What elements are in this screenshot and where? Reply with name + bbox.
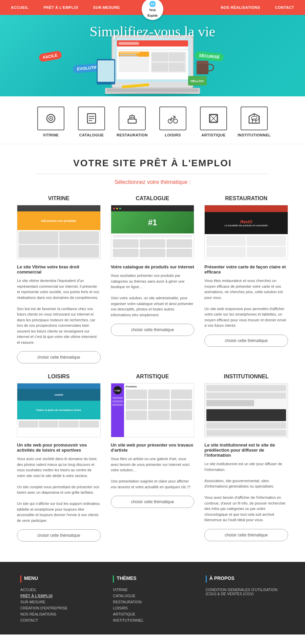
mock-loisirs-mid: Faites le plein de sensations fortes xyxy=(17,401,100,419)
theme-vitrine-btn[interactable]: choisir cette thématique xyxy=(17,351,101,363)
restauration-icon-box xyxy=(119,107,146,130)
footer-link-restauration[interactable]: RESTAURATION xyxy=(113,600,192,604)
category-catalogue[interactable]: CATALOGUE xyxy=(73,107,110,137)
nav-accueil[interactable]: ACCUEIL xyxy=(3,0,36,15)
footer-link-artistique[interactable]: ARTISTIQUE xyxy=(113,612,192,616)
mock-art-item xyxy=(126,390,147,399)
theme-card-loisirs: LOISIRS club33 Faites le plein de sensat… xyxy=(17,374,101,542)
mock-block xyxy=(19,245,58,258)
theme-card-institutionnel: INSTITUTIONNEL Le site institutionnel es… xyxy=(204,374,288,542)
footer-link-institutionnel[interactable]: INSTITUTIONNEL xyxy=(113,618,192,622)
svg-point-18 xyxy=(103,93,202,96)
theme-restauration-btn[interactable]: choisir cette thématique xyxy=(204,335,288,347)
theme-artistique-desc: Vous êtes un artiste ou une galerie d'ar… xyxy=(111,456,195,490)
mock-row xyxy=(206,400,254,406)
mock-row xyxy=(206,422,286,429)
theme-restauration-title: RESTAURATION xyxy=(204,195,288,202)
nav-pret[interactable]: PRÊT À L'EMPLOI xyxy=(36,0,85,15)
loisirs-icon xyxy=(166,112,180,125)
mock-portfolio-label: Portfolio xyxy=(126,385,192,388)
mock-art-item xyxy=(148,400,170,410)
theme-artistique-title: ARTISTIQUE xyxy=(111,374,195,380)
svg-rect-8 xyxy=(119,52,140,53)
mock-instit-rows xyxy=(205,383,288,437)
category-vitrine[interactable]: VITRINE xyxy=(32,107,69,137)
themes-grid: VITRINE Découvrez nos produits Le site V… xyxy=(0,189,305,555)
svg-rect-5 xyxy=(117,49,188,50)
svg-point-36 xyxy=(133,117,134,118)
theme-restauration-preview: RestO La tracabilité des produits est es… xyxy=(204,205,288,259)
mock-row xyxy=(206,393,286,399)
footer-grid: MENU ACCUEIL PRÊT À L'EMPLOI SUR-MESURE … xyxy=(20,575,285,624)
footer-link-realisations[interactable]: NOS RÉALISATIONS xyxy=(20,612,99,616)
vitrine-icon-box xyxy=(37,107,64,130)
theme-restauration-desc: Vous êtes restaurateur et vous cherchez … xyxy=(204,278,288,328)
mock-art-item xyxy=(171,411,192,420)
mock-art-item xyxy=(126,411,147,420)
mock-block xyxy=(247,247,286,257)
artistique-label: ARTISTIQUE xyxy=(201,133,226,137)
theme-catalogue-title: CATALOGUE xyxy=(111,195,195,202)
theme-vitrine-title: VITRINE xyxy=(17,195,101,202)
institutionnel-label: INSTITUTIONNEL xyxy=(238,133,271,137)
restauration-icon xyxy=(125,112,139,125)
nav-right: NOS RÉALISATIONS CONTACT xyxy=(167,0,302,15)
institutionnel-icon-box xyxy=(241,107,268,130)
theme-loisirs-btn[interactable]: choisir cette thématique xyxy=(17,529,101,542)
mock-sidebar-item xyxy=(112,397,123,399)
vitrine-label: VITRINE xyxy=(43,133,59,137)
nav-realisations[interactable]: NOS RÉALISATIONS xyxy=(214,0,268,15)
theme-vitrine-preview: Découvrez nos produits xyxy=(17,205,101,259)
category-restauration[interactable]: RESTAURATION xyxy=(114,107,151,137)
mock-resto-content xyxy=(205,234,288,259)
navigation: ACCUEIL PRÊT À L'EMPLOI SUR-MESURE 🌐 Web… xyxy=(0,0,305,15)
mock-vitrine-inner: Découvrez nos produits xyxy=(17,205,100,259)
mock-item xyxy=(140,249,165,257)
footer-apropos: À PROPOS CONDITION GENERALES D'UTILISATI… xyxy=(206,575,285,624)
svg-rect-17 xyxy=(107,89,198,92)
theme-institutionnel-title: INSTITUTIONNEL xyxy=(204,374,288,380)
theme-artistique-btn[interactable]: choisir cette thématique xyxy=(111,496,195,508)
restauration-label: RESTAURATION xyxy=(117,133,148,137)
nav-sur-mesure[interactable]: SUR-MESURE xyxy=(86,0,127,15)
mock-text xyxy=(113,235,192,238)
mock-cat-hero: #1 xyxy=(111,211,194,233)
institutionnel-icon xyxy=(247,112,261,125)
footer-themes: THÈMES VITRINE CATALOGUE RESTAURATION LO… xyxy=(113,575,192,624)
nav-contact[interactable]: CONTACT xyxy=(268,0,302,15)
mock-art-item xyxy=(148,390,170,399)
svg-rect-15 xyxy=(169,63,185,72)
section-title-area: VOTRE SITE PRÊT À L'EMPLOI Sélectionnez … xyxy=(0,144,305,189)
theme-catalogue-preview: #1 xyxy=(111,205,195,259)
footer-link-accueil[interactable]: ACCUEIL xyxy=(20,588,99,592)
footer-link-creation[interactable]: CRÉATION D'ENTREPRISE xyxy=(20,606,99,610)
loisirs-icon-box xyxy=(159,107,186,130)
footer-link-pret[interactable]: PRÊT À L'EMPLOI xyxy=(20,594,99,598)
theme-institutionnel-btn[interactable]: choisir cette thématique xyxy=(204,529,288,541)
footer-link-contact[interactable]: CONTACT xyxy=(20,618,99,622)
theme-vitrine-desc: Le site vitrine deviendra l'équivalent d… xyxy=(17,278,101,345)
svg-rect-33 xyxy=(128,119,136,123)
dot xyxy=(113,208,115,209)
dot xyxy=(119,208,121,209)
mock-art-content: Portfolio xyxy=(124,383,194,437)
theme-catalogue-btn[interactable]: choisir cette thématique xyxy=(111,324,195,336)
mock-cat-header xyxy=(111,205,194,211)
footer: MENU ACCUEIL PRÊT À L'EMPLOI SUR-MESURE … xyxy=(0,562,305,634)
category-institutionnel[interactable]: INSTITUTIONNEL xyxy=(236,107,273,137)
mock-item xyxy=(39,421,59,428)
mock-row xyxy=(206,430,286,436)
logo-text: 🌐 Web Rapide xyxy=(147,1,158,18)
footer-link-loisirs[interactable]: LOISIRS xyxy=(113,606,192,610)
category-loisirs[interactable]: LOISIRS xyxy=(154,107,191,137)
footer-menu: MENU ACCUEIL PRÊT À L'EMPLOI SUR-MESURE … xyxy=(20,575,99,624)
svg-rect-22 xyxy=(197,61,208,64)
mock-sidebar-item xyxy=(112,404,123,406)
footer-link-sur-mesure[interactable]: SUR-MESURE xyxy=(20,600,99,604)
mock-item xyxy=(79,421,99,428)
footer-link-vitrine[interactable]: VITRINE xyxy=(113,588,192,592)
footer-link-catalogue[interactable]: CATALOGUE xyxy=(113,594,192,598)
theme-loisirs-desc-title: Un site web pour promouvoir vos activité… xyxy=(17,442,101,453)
category-artistique[interactable]: ARTISTIQUE xyxy=(195,107,232,137)
footer-link-cgu[interactable]: CONDITION GENERALES D'UTILISATION (CGU) … xyxy=(206,588,285,596)
